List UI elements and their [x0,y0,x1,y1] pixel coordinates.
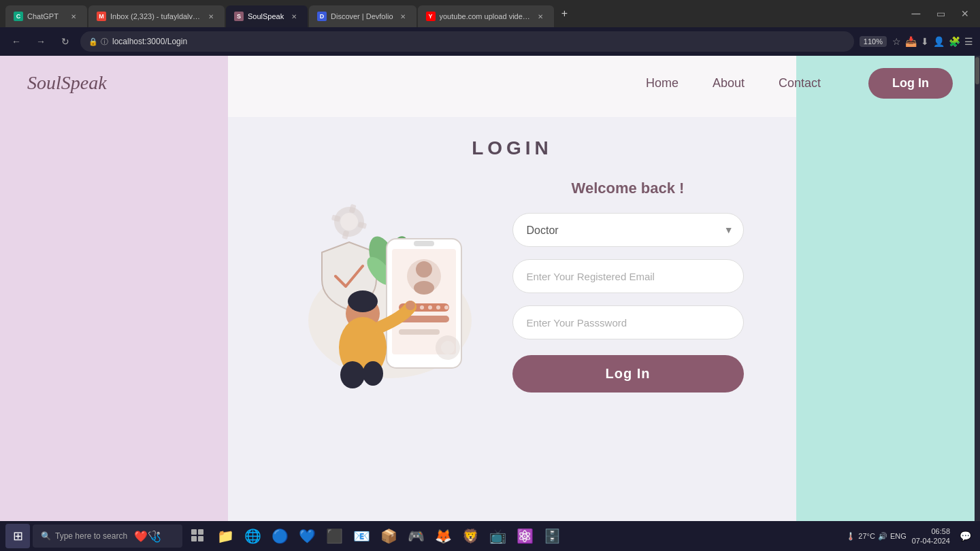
taskbar-icon-gaming[interactable]: 🎮 [403,523,429,549]
svg-rect-12 [414,241,434,246]
logo: SoulSpeak [27,72,646,94]
system-clock: 06:58 07-04-2024 [912,527,950,546]
login-body: Welcome back ! Doctor Patient Admin ▼ Lo… [255,180,769,393]
windows-icon: ⊞ [13,529,23,544]
tab-close-soulspeak[interactable]: ✕ [289,11,299,22]
download-icon[interactable]: ⬇ [921,36,929,47]
tab-close-devfolio[interactable]: ✕ [397,11,408,22]
nav-home[interactable]: Home [646,76,679,90]
tab-gmail[interactable]: M Inbox (2,323) - tufayldalvi007@... ✕ [88,5,225,27]
tab-title-gmail: Inbox (2,323) - tufayldalvi007@... [110,12,201,20]
forward-button[interactable]: → [31,32,50,51]
taskbar-icon-netflix[interactable]: 📺 [485,523,510,549]
notification-button[interactable]: 💬 [956,527,975,546]
search-icon: 🔍 [41,531,51,541]
taskbar-search-text: Type here to search [55,531,127,541]
tab-title-soulspeak: SoulSpeak [248,12,284,20]
taskbar-icon-db[interactable]: 🗄️ [539,523,565,549]
taskbar-sys-tray: 🌡️ 27°C 🔊 ENG 06:58 07-04-2024 💬 [846,527,975,546]
login-submit-button[interactable]: Log In [512,355,744,393]
taskbar-icon-vscode[interactable]: 💙 [294,523,320,549]
window-maximize[interactable]: ▭ [931,4,950,23]
zoom-level: 110% [860,36,887,47]
login-title: LOGIN [472,137,553,159]
tab-close-youtube[interactable]: ✕ [535,11,546,22]
taskbar-icon-taskview[interactable] [185,523,211,549]
tab-title-devfolio: Discover | Devfolio [331,12,393,20]
svg-point-30 [363,361,383,386]
bg-right [796,56,980,521]
tab-close-gmail[interactable]: ✕ [206,11,216,22]
taskbar-icon-mail[interactable]: 📧 [348,523,374,549]
page-content: SoulSpeak Home About Contact Log In LOGI… [0,56,980,521]
svg-point-14 [416,261,432,278]
window-minimize[interactable]: ─ [906,4,926,23]
role-select[interactable]: Doctor Patient Admin [512,213,744,247]
lang-text: ENG [890,532,906,540]
star-icon[interactable]: ☆ [892,36,901,47]
svg-point-22 [436,305,440,310]
nav-contact[interactable]: Contact [779,76,821,90]
tab-soulspeak[interactable]: S SoulSpeak ✕ [226,5,308,27]
welcome-text: Welcome back ! [512,180,744,197]
nav-links: Home About Contact Log In [646,68,953,99]
taskbar-icon-firefox[interactable]: 🦊 [430,523,456,549]
clock-date: 07-04-2024 [912,536,950,546]
pocket-icon[interactable]: 📥 [905,36,917,47]
svg-rect-36 [198,536,203,541]
tab-title-chatgpt: ChatGPT [27,12,64,20]
taskbar-icon-edge[interactable]: 🌐 [240,523,265,549]
svg-point-15 [414,281,434,295]
tab-devfolio[interactable]: D Discover | Devfolio ✕ [309,5,416,27]
password-input[interactable] [512,305,744,339]
tab-close-chatgpt[interactable]: ✕ [68,11,79,22]
login-card: LOGIN [228,117,796,521]
taskbar-icon-terminal[interactable]: ⬛ [321,523,347,549]
svg-rect-34 [198,529,203,535]
illustration [281,181,485,392]
taskbar-icon-brave[interactable]: 🦁 [457,523,483,549]
login-form: Welcome back ! Doctor Patient Admin ▼ Lo… [512,180,744,393]
svg-point-23 [444,305,448,310]
role-select-wrapper: Doctor Patient Admin ▼ [512,213,744,247]
back-button[interactable]: ← [7,32,26,51]
taskbar-icon-3d[interactable]: 📦 [376,523,402,549]
tab-youtube[interactable]: Y youtube.com upload videos -... ✕ [418,5,554,27]
url-input[interactable]: 🔒 ⓘ localhost:3000/Login [80,31,854,52]
browser-tab-bar: C ChatGPT ✕ M Inbox (2,323) - tufayldalv… [0,0,980,27]
extensions-icon[interactable]: 🧩 [949,36,960,47]
svg-point-20 [420,305,424,310]
svg-point-26 [348,290,378,312]
security-icon: 🔒 ⓘ [88,37,108,47]
svg-rect-35 [191,536,197,541]
taskbar-icon-atom[interactable]: ⚛️ [512,523,538,549]
network-icon: 🌡️ [846,532,855,541]
profile-icon[interactable]: 👤 [933,36,945,47]
navbar: SoulSpeak Home About Contact Log In [0,56,980,110]
svg-point-21 [428,305,432,310]
start-button[interactable]: ⊞ [5,524,30,548]
taskbar-icon-chrome[interactable]: 🔵 [267,523,293,549]
email-input[interactable] [512,259,744,293]
toolbar-icons: ☆ 📥 ⬇ 👤 🧩 ☰ [892,36,973,47]
svg-rect-24 [399,329,440,335]
new-tab-button[interactable]: + [555,4,574,23]
clock-time: 06:58 [912,527,950,536]
taskbar: ⊞ 🔍 Type here to search ❤️🩺 📁 🌐 🔵 💙 ⬛ 📧 … [0,521,980,551]
nav-about[interactable]: About [713,76,745,90]
bg-left [0,56,228,521]
svg-point-28 [406,301,415,310]
nav-login-button[interactable]: Log In [868,68,953,99]
refresh-button[interactable]: ↻ [56,32,75,51]
taskbar-search[interactable]: 🔍 Type here to search ❤️🩺 [33,524,182,548]
menu-icon[interactable]: ☰ [964,36,973,47]
taskbar-app-icons: 📁 🌐 🔵 💙 ⬛ 📧 📦 🎮 🦊 🦁 📺 ⚛️ 🗄️ [185,523,843,549]
svg-rect-33 [191,529,197,535]
window-close[interactable]: ✕ [956,4,975,23]
tab-list: C ChatGPT ✕ M Inbox (2,323) - tufayldalv… [5,0,897,27]
temp-text: 27°C [858,532,875,540]
tab-chatgpt[interactable]: C ChatGPT ✕ [5,5,87,27]
svg-point-29 [340,361,365,388]
taskbar-icon-explorer[interactable]: 📁 [212,523,238,549]
volume-icon[interactable]: 🔊 [878,532,887,541]
